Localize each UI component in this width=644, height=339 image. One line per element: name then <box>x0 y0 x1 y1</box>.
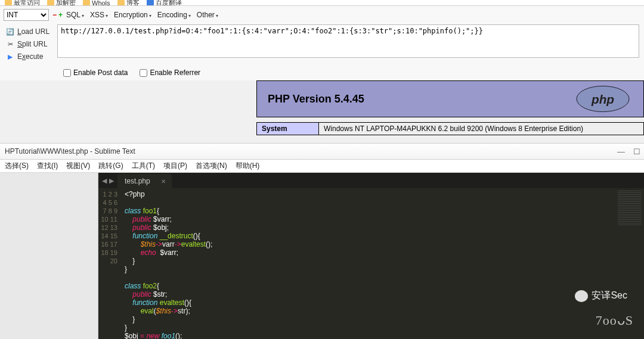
phpinfo-output: PHP Version 5.4.45 php System Windows NT… <box>256 80 644 135</box>
menu-goto[interactable]: 跳转(G) <box>98 161 123 171</box>
hackbar-menu-encoding[interactable]: Encoding <box>157 11 191 19</box>
bookmark-item[interactable]: 加解密 <box>47 0 76 6</box>
code-editor[interactable]: 1 2 3 4 5 6 7 8 9 10 11 12 13 14 15 16 1… <box>98 188 644 339</box>
sublime-menubar[interactable]: 选择(S) 查找(I) 视图(V) 跳转(G) 工具(T) 项目(P) 首选项(… <box>0 160 644 173</box>
phpinfo-header: PHP Version 5.4.45 php <box>256 80 644 117</box>
sublime-titlebar[interactable]: HPTutorial\WWW\test.php - Sublime Text —… <box>0 143 644 160</box>
code-lines[interactable]: <?php class foo1{ public $varr; public $… <box>122 188 614 339</box>
browser-bookmark-bar: 最常访问 加解密 Whols 博客 百度翻译 <box>0 0 644 6</box>
execute-button[interactable]: ▶ Execute <box>6 51 55 62</box>
line-gutter: 1 2 3 4 5 6 7 8 9 10 11 12 13 14 15 16 1… <box>98 188 122 339</box>
phpinfo-value: Windows NT LAPTOP-M4APUKKN 6.2 build 920… <box>319 123 643 135</box>
watermark-brand: 7ooᴗS <box>596 313 633 328</box>
load-icon: 🔄 <box>6 27 14 36</box>
plus-icon[interactable]: + <box>58 11 63 19</box>
nav-fwd-icon[interactable]: ▶ <box>109 177 114 185</box>
menu-tools[interactable]: 工具(T) <box>132 161 155 171</box>
hackbar-menu-other[interactable]: Other <box>197 11 218 19</box>
split-url-button[interactable]: ✂ Split URL <box>6 39 55 49</box>
bookmark-item[interactable]: 最常访问 <box>5 0 40 6</box>
enable-referrer-checkbox[interactable]: Enable Referrer <box>140 69 200 77</box>
load-url-button[interactable]: 🔄 Load URL <box>6 26 55 37</box>
execute-icon: ▶ <box>6 52 14 61</box>
phpinfo-table-row: System Windows NT LAPTOP-M4APUKKN 6.2 bu… <box>256 122 644 135</box>
window-title: HPTutorial\WWW\test.php - Sublime Text <box>5 147 135 155</box>
bookmark-item[interactable]: Whols <box>83 0 110 6</box>
sublime-sidebar[interactable] <box>0 173 98 339</box>
url-textarea[interactable]: http://127.0.0.1/test.php?id=O:4:"foo1":… <box>57 24 639 58</box>
wechat-icon <box>575 290 588 302</box>
php-logo-icon: php <box>573 85 633 113</box>
menu-find[interactable]: 查找(I) <box>37 161 58 171</box>
svg-text:php: php <box>591 92 614 106</box>
hackbar-toolbar: INT − + SQL XSS Encryption Encoding Othe… <box>0 6 644 80</box>
sublime-window: HPTutorial\WWW\test.php - Sublime Text —… <box>0 143 644 339</box>
php-version-title: PHP Version 5.4.45 <box>268 93 364 105</box>
enable-post-checkbox[interactable]: Enable Post data <box>63 69 128 77</box>
menu-select[interactable]: 选择(S) <box>5 161 29 171</box>
hackbar-menu-xss[interactable]: XSS <box>90 11 108 19</box>
bookmark-item[interactable]: 百度翻译 <box>147 0 182 6</box>
menu-project[interactable]: 项目(P) <box>163 161 187 171</box>
hackbar-menu-sql[interactable]: SQL <box>66 11 84 19</box>
nav-back-icon[interactable]: ◀ <box>102 177 107 185</box>
watermark-wechat: 安译Sec <box>575 290 627 302</box>
hackbar-db-select[interactable]: INT <box>4 9 49 21</box>
menu-preferences[interactable]: 首选项(N) <box>196 161 227 171</box>
close-tab-icon[interactable]: ✕ <box>161 178 166 185</box>
maximize-button[interactable]: ☐ <box>633 147 640 156</box>
sublime-tabbar: ◀ ▶ test.php ✕ <box>98 173 644 188</box>
minus-icon[interactable]: − <box>52 11 57 19</box>
menu-help[interactable]: 帮助(H) <box>236 161 260 171</box>
split-icon: ✂ <box>6 40 14 48</box>
bookmark-item[interactable]: 博客 <box>117 0 140 6</box>
menu-view[interactable]: 视图(V) <box>66 161 90 171</box>
minimize-button[interactable]: — <box>617 147 625 156</box>
tab-test-php[interactable]: test.php ✕ <box>117 174 172 188</box>
hackbar-menu-encryption[interactable]: Encryption <box>114 11 151 19</box>
phpinfo-label: System <box>257 123 319 135</box>
